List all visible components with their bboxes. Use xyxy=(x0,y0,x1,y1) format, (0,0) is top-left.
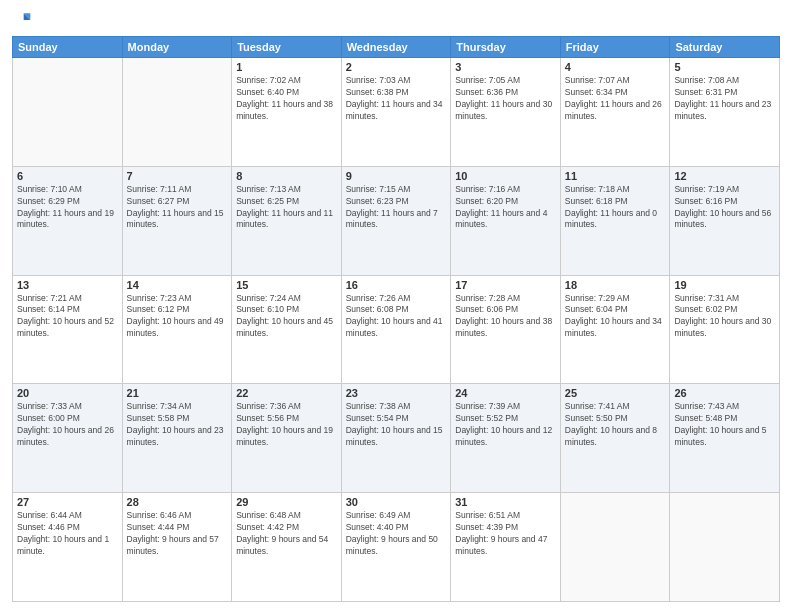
day-number: 17 xyxy=(455,279,556,291)
col-header-friday: Friday xyxy=(560,37,670,58)
day-number: 30 xyxy=(346,496,447,508)
day-detail: Sunrise: 7:26 AM Sunset: 6:08 PM Dayligh… xyxy=(346,293,447,341)
day-number: 16 xyxy=(346,279,447,291)
calendar-cell: 25Sunrise: 7:41 AM Sunset: 5:50 PM Dayli… xyxy=(560,384,670,493)
day-number: 10 xyxy=(455,170,556,182)
calendar-cell: 21Sunrise: 7:34 AM Sunset: 5:58 PM Dayli… xyxy=(122,384,232,493)
day-detail: Sunrise: 7:11 AM Sunset: 6:27 PM Dayligh… xyxy=(127,184,228,232)
day-detail: Sunrise: 7:15 AM Sunset: 6:23 PM Dayligh… xyxy=(346,184,447,232)
col-header-sunday: Sunday xyxy=(13,37,123,58)
calendar-cell: 8Sunrise: 7:13 AM Sunset: 6:25 PM Daylig… xyxy=(232,166,342,275)
calendar-cell: 31Sunrise: 6:51 AM Sunset: 4:39 PM Dayli… xyxy=(451,493,561,602)
day-number: 14 xyxy=(127,279,228,291)
calendar-cell xyxy=(122,58,232,167)
day-number: 1 xyxy=(236,61,337,73)
day-number: 6 xyxy=(17,170,118,182)
day-detail: Sunrise: 7:24 AM Sunset: 6:10 PM Dayligh… xyxy=(236,293,337,341)
calendar-cell: 15Sunrise: 7:24 AM Sunset: 6:10 PM Dayli… xyxy=(232,275,342,384)
day-number: 27 xyxy=(17,496,118,508)
header xyxy=(12,10,780,30)
calendar-cell: 6Sunrise: 7:10 AM Sunset: 6:29 PM Daylig… xyxy=(13,166,123,275)
calendar-cell: 16Sunrise: 7:26 AM Sunset: 6:08 PM Dayli… xyxy=(341,275,451,384)
col-header-saturday: Saturday xyxy=(670,37,780,58)
calendar-week-row: 13Sunrise: 7:21 AM Sunset: 6:14 PM Dayli… xyxy=(13,275,780,384)
calendar-cell: 28Sunrise: 6:46 AM Sunset: 4:44 PM Dayli… xyxy=(122,493,232,602)
calendar-cell: 1Sunrise: 7:02 AM Sunset: 6:40 PM Daylig… xyxy=(232,58,342,167)
day-number: 24 xyxy=(455,387,556,399)
day-detail: Sunrise: 7:43 AM Sunset: 5:48 PM Dayligh… xyxy=(674,401,775,449)
calendar-cell: 20Sunrise: 7:33 AM Sunset: 6:00 PM Dayli… xyxy=(13,384,123,493)
calendar-cell xyxy=(13,58,123,167)
calendar-cell: 18Sunrise: 7:29 AM Sunset: 6:04 PM Dayli… xyxy=(560,275,670,384)
calendar-cell: 24Sunrise: 7:39 AM Sunset: 5:52 PM Dayli… xyxy=(451,384,561,493)
calendar-cell: 13Sunrise: 7:21 AM Sunset: 6:14 PM Dayli… xyxy=(13,275,123,384)
day-detail: Sunrise: 6:49 AM Sunset: 4:40 PM Dayligh… xyxy=(346,510,447,558)
day-detail: Sunrise: 7:28 AM Sunset: 6:06 PM Dayligh… xyxy=(455,293,556,341)
day-number: 22 xyxy=(236,387,337,399)
calendar-cell: 9Sunrise: 7:15 AM Sunset: 6:23 PM Daylig… xyxy=(341,166,451,275)
calendar-cell: 26Sunrise: 7:43 AM Sunset: 5:48 PM Dayli… xyxy=(670,384,780,493)
day-detail: Sunrise: 6:48 AM Sunset: 4:42 PM Dayligh… xyxy=(236,510,337,558)
day-detail: Sunrise: 7:21 AM Sunset: 6:14 PM Dayligh… xyxy=(17,293,118,341)
col-header-tuesday: Tuesday xyxy=(232,37,342,58)
day-number: 28 xyxy=(127,496,228,508)
day-number: 15 xyxy=(236,279,337,291)
calendar-cell xyxy=(560,493,670,602)
day-number: 23 xyxy=(346,387,447,399)
calendar-cell: 17Sunrise: 7:28 AM Sunset: 6:06 PM Dayli… xyxy=(451,275,561,384)
calendar-cell: 2Sunrise: 7:03 AM Sunset: 6:38 PM Daylig… xyxy=(341,58,451,167)
day-number: 4 xyxy=(565,61,666,73)
calendar-cell: 30Sunrise: 6:49 AM Sunset: 4:40 PM Dayli… xyxy=(341,493,451,602)
day-number: 25 xyxy=(565,387,666,399)
day-detail: Sunrise: 7:34 AM Sunset: 5:58 PM Dayligh… xyxy=(127,401,228,449)
calendar-cell: 12Sunrise: 7:19 AM Sunset: 6:16 PM Dayli… xyxy=(670,166,780,275)
day-number: 26 xyxy=(674,387,775,399)
day-detail: Sunrise: 7:05 AM Sunset: 6:36 PM Dayligh… xyxy=(455,75,556,123)
day-number: 7 xyxy=(127,170,228,182)
calendar-cell: 3Sunrise: 7:05 AM Sunset: 6:36 PM Daylig… xyxy=(451,58,561,167)
calendar-cell xyxy=(670,493,780,602)
day-detail: Sunrise: 7:39 AM Sunset: 5:52 PM Dayligh… xyxy=(455,401,556,449)
day-number: 19 xyxy=(674,279,775,291)
calendar-cell: 10Sunrise: 7:16 AM Sunset: 6:20 PM Dayli… xyxy=(451,166,561,275)
calendar-cell: 7Sunrise: 7:11 AM Sunset: 6:27 PM Daylig… xyxy=(122,166,232,275)
day-number: 9 xyxy=(346,170,447,182)
logo-icon xyxy=(12,10,32,30)
day-detail: Sunrise: 7:36 AM Sunset: 5:56 PM Dayligh… xyxy=(236,401,337,449)
day-detail: Sunrise: 7:29 AM Sunset: 6:04 PM Dayligh… xyxy=(565,293,666,341)
calendar-cell: 19Sunrise: 7:31 AM Sunset: 6:02 PM Dayli… xyxy=(670,275,780,384)
day-number: 13 xyxy=(17,279,118,291)
day-number: 31 xyxy=(455,496,556,508)
day-detail: Sunrise: 7:02 AM Sunset: 6:40 PM Dayligh… xyxy=(236,75,337,123)
day-number: 8 xyxy=(236,170,337,182)
day-detail: Sunrise: 6:44 AM Sunset: 4:46 PM Dayligh… xyxy=(17,510,118,558)
day-detail: Sunrise: 7:07 AM Sunset: 6:34 PM Dayligh… xyxy=(565,75,666,123)
calendar-cell: 23Sunrise: 7:38 AM Sunset: 5:54 PM Dayli… xyxy=(341,384,451,493)
day-number: 11 xyxy=(565,170,666,182)
day-number: 18 xyxy=(565,279,666,291)
day-number: 2 xyxy=(346,61,447,73)
day-detail: Sunrise: 7:19 AM Sunset: 6:16 PM Dayligh… xyxy=(674,184,775,232)
day-detail: Sunrise: 7:08 AM Sunset: 6:31 PM Dayligh… xyxy=(674,75,775,123)
day-number: 20 xyxy=(17,387,118,399)
calendar-week-row: 1Sunrise: 7:02 AM Sunset: 6:40 PM Daylig… xyxy=(13,58,780,167)
calendar-cell: 27Sunrise: 6:44 AM Sunset: 4:46 PM Dayli… xyxy=(13,493,123,602)
day-detail: Sunrise: 7:03 AM Sunset: 6:38 PM Dayligh… xyxy=(346,75,447,123)
calendar-cell: 14Sunrise: 7:23 AM Sunset: 6:12 PM Dayli… xyxy=(122,275,232,384)
calendar-cell: 4Sunrise: 7:07 AM Sunset: 6:34 PM Daylig… xyxy=(560,58,670,167)
calendar-table: SundayMondayTuesdayWednesdayThursdayFrid… xyxy=(12,36,780,602)
day-detail: Sunrise: 7:31 AM Sunset: 6:02 PM Dayligh… xyxy=(674,293,775,341)
calendar-week-row: 20Sunrise: 7:33 AM Sunset: 6:00 PM Dayli… xyxy=(13,384,780,493)
calendar-cell: 22Sunrise: 7:36 AM Sunset: 5:56 PM Dayli… xyxy=(232,384,342,493)
day-number: 29 xyxy=(236,496,337,508)
page: SundayMondayTuesdayWednesdayThursdayFrid… xyxy=(0,0,792,612)
day-detail: Sunrise: 7:10 AM Sunset: 6:29 PM Dayligh… xyxy=(17,184,118,232)
day-detail: Sunrise: 7:33 AM Sunset: 6:00 PM Dayligh… xyxy=(17,401,118,449)
calendar-week-row: 27Sunrise: 6:44 AM Sunset: 4:46 PM Dayli… xyxy=(13,493,780,602)
calendar-cell: 11Sunrise: 7:18 AM Sunset: 6:18 PM Dayli… xyxy=(560,166,670,275)
day-detail: Sunrise: 6:51 AM Sunset: 4:39 PM Dayligh… xyxy=(455,510,556,558)
day-detail: Sunrise: 6:46 AM Sunset: 4:44 PM Dayligh… xyxy=(127,510,228,558)
day-detail: Sunrise: 7:41 AM Sunset: 5:50 PM Dayligh… xyxy=(565,401,666,449)
day-detail: Sunrise: 7:16 AM Sunset: 6:20 PM Dayligh… xyxy=(455,184,556,232)
calendar-header-row: SundayMondayTuesdayWednesdayThursdayFrid… xyxy=(13,37,780,58)
